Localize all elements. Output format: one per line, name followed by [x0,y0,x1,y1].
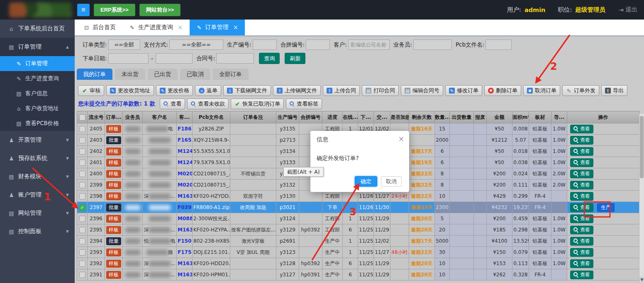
sidebar-item-order-management[interactable]: ✎订单管理 [0,56,75,71]
customer-code-link[interactable]: M163 [178,261,193,266]
view-button[interactable]: 查看 [570,271,593,279]
vertical-scrollbar[interactable]: ▼ [639,114,644,283]
customer-code-link[interactable]: M124 [178,148,193,154]
tab-production-progress[interactable]: ✎生产进度查询× [122,20,190,35]
select-all-checkbox[interactable] [79,114,85,121]
sidebar-item-invoice-management[interactable]: ♟开票管理▼ [0,131,75,149]
cancel-order-button[interactable]: ✖取消订单 [523,85,560,96]
production-button[interactable]: 生产 [597,203,615,212]
change-price-button[interactable]: ✎更改价格 [156,85,193,96]
table-row[interactable]: 2398样板深...M163KF020-HZYDD...双面字符y3130工程部… [77,191,639,202]
row-checkbox[interactable] [79,249,85,256]
close-icon[interactable]: × [398,135,404,143]
row-checkbox[interactable] [79,238,85,244]
row-checkbox[interactable] [79,171,85,177]
restore-cancelled-order-button[interactable]: ✔恢复已取消订单 [231,98,284,109]
change-shipping-address-button[interactable]: ✎更改收货地址 [106,85,154,96]
row-checkbox[interactable] [79,261,85,267]
sidebar-item-website-management[interactable]: ▤网站管理▼ [0,204,75,222]
customer-code-link[interactable]: M088 [178,216,193,221]
row-checkbox[interactable] [79,160,85,166]
order-tab-cancelled[interactable]: 已取消 [180,69,210,80]
logout-button[interactable]: ⇥ 退出 [619,6,637,14]
customer-code-link[interactable]: M163 [178,272,193,278]
sidebar-item-view-pcb-price[interactable]: ▤查看PCB价格 [0,116,75,131]
close-icon[interactable]: × [178,24,183,31]
modify-order-button[interactable]: ✎修改订单 [445,85,482,96]
reorder-button[interactable]: »返单 [195,85,221,96]
sidebar-item-prepaid-system[interactable]: ♟预存款系统▼ [0,149,75,167]
merge-no-input[interactable] [306,39,330,50]
view-button[interactable]: 查看 [570,181,593,189]
view-button[interactable]: 查看 [570,214,593,223]
customer-code-link[interactable]: M163 [178,227,193,233]
refresh-button[interactable]: 刷新 [285,53,305,64]
pcb-filename-input[interactable] [485,39,512,50]
salesperson-input[interactable] [413,39,452,50]
sidebar-item-backend-home[interactable]: ⌂下单系统后台首页 [0,20,75,38]
view-button[interactable]: 查看 [570,226,593,234]
order-tab-all-orders[interactable]: 全部订单 [213,69,249,80]
table-row[interactable]: 2394批量悦电F150802-238-HX85-...激光V穿板p2691生产… [77,236,639,247]
row-checkbox[interactable] [79,227,85,233]
view-button[interactable]: 查看 [570,158,593,167]
view-button[interactable]: 查看 [570,170,593,178]
view-unpaid-button[interactable]: 查看未收款 [187,98,229,109]
order-type-select[interactable]: ==全部== [108,39,140,50]
download-stencil-file-button[interactable]: ⇩下载钢网文件 [223,85,271,96]
order-tab-my-orders[interactable]: 我的订单 [77,69,112,80]
upload-contract-button[interactable]: ⇧上传合同 [323,85,360,96]
edit-contract-no-button[interactable]: ▤编辑合同号 [401,85,443,96]
search-button[interactable]: 查询 [259,53,280,64]
cancel-button[interactable]: 取消 [381,176,402,187]
view-button[interactable]: 查看 [570,248,593,257]
upload-stencil-file-button[interactable]: ⇧上传钢网文件 [273,85,321,96]
table-row[interactable]: 2395样板深...M163KF020-HZYPA...按客户图纸拼版左...y… [77,224,639,236]
order-tab-shipped[interactable]: 已出货 [148,69,178,80]
scrollbar-down-arrow[interactable]: ▼ [639,277,644,283]
view-button[interactable]: 查看 [570,192,593,201]
production-no-input[interactable] [253,39,277,50]
export-button[interactable]: ↥导出 [601,85,627,96]
contract-no-input[interactable] [216,53,254,64]
print-contract-button[interactable]: ▤打印合同 [362,85,399,96]
audit-button[interactable]: ✔审核 [78,85,104,96]
sidebar-item-customer-shipping-address[interactable]: ⌂客户收货地址 [0,101,75,116]
customer-code-link[interactable]: M124 [178,160,193,165]
view-button[interactable]: 查看 [570,237,593,246]
sidebar-item-control-panel[interactable]: ▤控制面板▼ [0,222,75,241]
order-tab-not-shipped[interactable]: 未出货 [115,69,145,80]
sidebar-item-production-progress[interactable]: ✎生产进度查询 [0,71,75,86]
row-checkbox[interactable]: ✓ [79,204,85,211]
confirm-button[interactable]: 确定 [355,176,377,187]
view-labels-button[interactable]: 查看标签 [286,98,322,109]
table-row[interactable]: 2392样板深...M163KF020-HDD20...y3128hp0392生… [77,258,639,269]
row-checkbox[interactable] [79,126,85,132]
customer-code-link[interactable]: F175 [178,249,191,255]
row-checkbox[interactable] [79,137,85,143]
customer-code-link[interactable]: F150 [178,238,191,244]
row-checkbox[interactable] [79,216,85,222]
view-button[interactable]: 查看 [570,136,593,145]
date-from-input[interactable] [108,53,149,64]
view-button[interactable]: 查看 [570,203,593,212]
table-row[interactable]: 2391样板深...M163KF020-HPM01...y3127hp0391生… [77,269,639,281]
customer-code-link[interactable]: F186 [178,126,191,132]
view-button[interactable]: 查看 [570,125,593,133]
row-checkbox[interactable] [79,193,85,199]
row-checkbox[interactable] [79,272,85,278]
row-checkbox[interactable] [79,182,85,188]
row-checkbox[interactable] [79,148,85,155]
view-button[interactable]: 查看 [570,147,593,156]
view-unsubmitted-button[interactable]: 查看 [160,98,185,109]
close-icon[interactable]: × [233,24,239,31]
table-row[interactable]: 2393样板频F175DOJ.E215.101...V穿 加UL 周期y3123… [77,247,639,258]
sidebar-item-account-management[interactable]: ♟账户管理▼ [0,186,75,204]
customer-input[interactable] [348,39,390,50]
tab-order-management[interactable]: ✎订单管理× [190,20,245,35]
sidebar-item-customer-info[interactable]: ▤客户信息 [0,86,75,101]
customer-code-link[interactable]: F165 [178,137,191,143]
sidebar-item-finance-module[interactable]: ▤财务模块▼ [0,167,75,186]
delete-order-button[interactable]: ✖删除订单 [484,85,521,96]
sidebar-toggle-button[interactable]: ≡ [77,4,90,16]
